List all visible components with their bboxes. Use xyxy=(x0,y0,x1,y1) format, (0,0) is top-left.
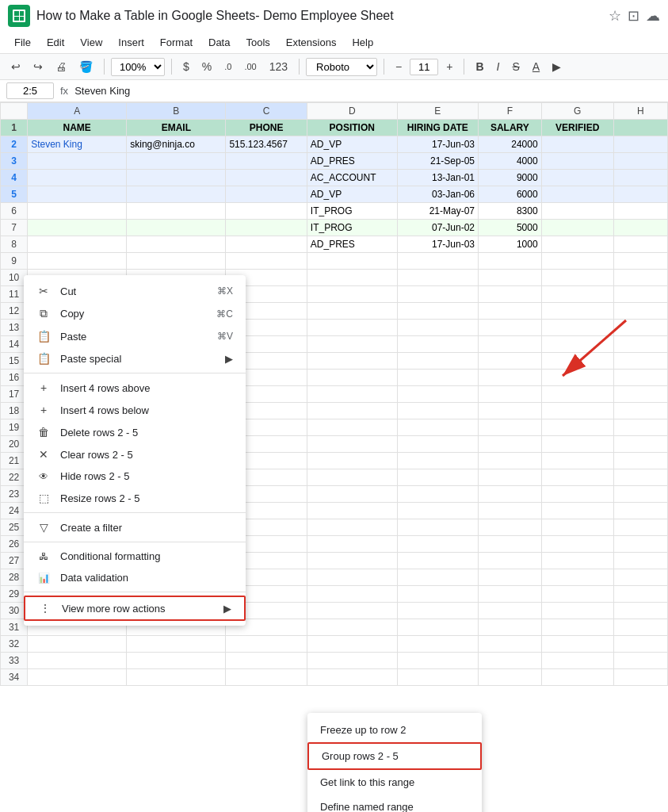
cell-e3[interactable]: 21-Sep-05 xyxy=(397,153,478,170)
cell-g6[interactable] xyxy=(541,203,613,220)
ctx-insert-below[interactable]: + Insert 4 rows below xyxy=(24,399,246,421)
cell-h6[interactable] xyxy=(613,203,667,220)
cell-h5[interactable] xyxy=(613,186,667,203)
cell-d7[interactable]: IT_PROG xyxy=(307,220,397,236)
submenu-define-range[interactable]: Define named range xyxy=(307,795,482,812)
cell-f6[interactable]: 8300 xyxy=(479,203,542,220)
cell-c3[interactable] xyxy=(226,153,307,170)
history-icon[interactable]: ⊡ xyxy=(628,7,639,25)
ctx-clear-rows[interactable]: ✕ Clear rows 2 - 5 xyxy=(24,443,246,465)
cell-f1[interactable]: SALARY xyxy=(479,120,542,136)
underline-button[interactable]: A xyxy=(528,57,544,76)
cell-d2[interactable]: AD_VP xyxy=(307,136,397,153)
cell-d3[interactable]: AD_PRES xyxy=(307,153,397,170)
cell-e1[interactable]: HIRING DATE xyxy=(397,120,478,136)
col-header-g[interactable]: G xyxy=(541,103,613,120)
ctx-paste-special[interactable]: 📋 Paste special ▶ xyxy=(24,347,246,370)
col-header-b[interactable]: B xyxy=(127,103,226,120)
menu-data[interactable]: Data xyxy=(202,33,236,52)
ctx-create-filter[interactable]: ▽ Create a filter xyxy=(24,516,246,538)
cell-a7[interactable] xyxy=(28,220,127,236)
cell-c5[interactable] xyxy=(226,186,307,203)
col-header-d[interactable]: D xyxy=(307,103,397,120)
cell-g3[interactable] xyxy=(541,153,613,170)
cell-f3[interactable]: 4000 xyxy=(479,153,542,170)
menu-edit[interactable]: Edit xyxy=(40,33,71,52)
decimal-decrease-button[interactable]: .0 xyxy=(219,59,236,75)
menu-extensions[interactable]: Extensions xyxy=(280,33,343,52)
row-number-9[interactable]: 9 xyxy=(1,253,28,270)
row-number-2[interactable]: 2 xyxy=(1,136,28,153)
ctx-delete-rows[interactable]: 🗑 Delete rows 2 - 5 xyxy=(24,421,246,443)
row-number-3[interactable]: 3 xyxy=(1,153,28,170)
cell-h7[interactable] xyxy=(613,220,667,236)
cell-a1[interactable]: NAME xyxy=(28,120,127,136)
cloud-icon[interactable]: ☁ xyxy=(646,7,660,25)
percent-button[interactable]: % xyxy=(197,57,216,76)
number-format-button[interactable]: 123 xyxy=(265,57,292,76)
ctx-view-more-actions[interactable]: ⋮ View more row actions ▶ xyxy=(24,596,246,621)
row-number-1[interactable]: 1 xyxy=(1,120,28,136)
ctx-cut[interactable]: ✂ Cut ⌘X xyxy=(24,280,246,302)
cell-a4[interactable] xyxy=(28,170,127,186)
cell-a3[interactable] xyxy=(28,153,127,170)
submenu-get-link[interactable]: Get link to this range xyxy=(307,770,482,795)
redo-button[interactable]: ↪ xyxy=(29,57,48,76)
ctx-paste[interactable]: 📋 Paste ⌘V xyxy=(24,325,246,347)
cell-f2[interactable]: 24000 xyxy=(479,136,542,153)
cell-g1[interactable]: VERIFIED xyxy=(541,120,613,136)
star-icon[interactable]: ☆ xyxy=(609,7,621,25)
row-number-34[interactable]: 34 xyxy=(1,669,28,686)
cell-d6[interactable]: IT_PROG xyxy=(307,203,397,220)
row-number-33[interactable]: 33 xyxy=(1,653,28,669)
cell-a6[interactable] xyxy=(28,203,127,220)
cell-b1[interactable]: EMAIL xyxy=(127,120,226,136)
col-header-c[interactable]: C xyxy=(226,103,307,120)
row-number-32[interactable]: 32 xyxy=(1,636,28,653)
cell-g2[interactable] xyxy=(541,136,613,153)
row-number-6[interactable]: 6 xyxy=(1,203,28,220)
cell-reference-input[interactable] xyxy=(6,82,54,99)
ctx-copy[interactable]: ⧉ Copy ⌘C xyxy=(24,302,246,325)
submenu-group-rows[interactable]: Group rows 2 - 5 xyxy=(307,742,482,770)
cell-d5[interactable]: AD_VP xyxy=(307,186,397,203)
cell-e7[interactable]: 07-Jun-02 xyxy=(397,220,478,236)
cell-e2[interactable]: 17-Jun-03 xyxy=(397,136,478,153)
font-selector[interactable]: Roboto xyxy=(306,58,377,76)
bold-button[interactable]: B xyxy=(471,57,488,76)
cell-h3[interactable] xyxy=(613,153,667,170)
cell-g8[interactable] xyxy=(541,236,613,253)
cell-c1[interactable]: PHONE xyxy=(226,120,307,136)
cell-a2[interactable]: Steven King xyxy=(28,136,127,153)
italic-button[interactable]: I xyxy=(492,57,505,76)
cell-g7[interactable] xyxy=(541,220,613,236)
ctx-conditional-formatting[interactable]: 🖧 Conditional formatting xyxy=(24,546,246,567)
cell-c6[interactable] xyxy=(226,203,307,220)
font-size-input[interactable] xyxy=(410,59,438,75)
paint-format-button[interactable]: 🪣 xyxy=(74,57,97,76)
menu-help[interactable]: Help xyxy=(345,33,380,52)
cell-d8[interactable]: AD_PRES xyxy=(307,236,397,253)
cell-b4[interactable] xyxy=(127,170,226,186)
ctx-insert-above[interactable]: + Insert 4 rows above xyxy=(24,377,246,399)
currency-button[interactable]: $ xyxy=(178,57,194,76)
cell-a9[interactable] xyxy=(28,253,127,270)
print-button[interactable]: 🖨 xyxy=(51,57,71,76)
decimal-increase-button[interactable]: .00 xyxy=(239,59,261,75)
cell-h2[interactable] xyxy=(613,136,667,153)
menu-file[interactable]: File xyxy=(8,33,37,52)
cell-c7[interactable] xyxy=(226,220,307,236)
cell-e5[interactable]: 03-Jan-06 xyxy=(397,186,478,203)
font-size-decrease-button[interactable]: − xyxy=(391,57,407,76)
cell-b8[interactable] xyxy=(127,236,226,253)
cell-b7[interactable] xyxy=(127,220,226,236)
strikethrough-button[interactable]: S xyxy=(507,57,524,76)
col-header-a[interactable]: A xyxy=(28,103,127,120)
cell-d4[interactable]: AC_ACCOUNT xyxy=(307,170,397,186)
cell-c8[interactable] xyxy=(226,236,307,253)
cell-f5[interactable]: 6000 xyxy=(479,186,542,203)
menu-insert[interactable]: Insert xyxy=(112,33,151,52)
cell-e8[interactable]: 17-Jun-03 xyxy=(397,236,478,253)
cell-d1[interactable]: POSITION xyxy=(307,120,397,136)
ctx-data-validation[interactable]: 📊 Data validation xyxy=(24,567,246,588)
